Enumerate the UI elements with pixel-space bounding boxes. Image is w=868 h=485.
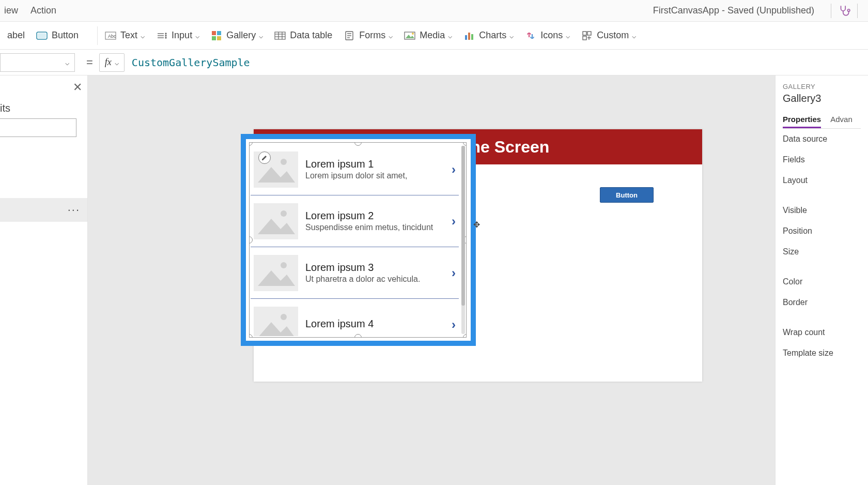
prop-fields[interactable]: Fields (783, 149, 861, 170)
ellipsis-icon[interactable]: ··· (68, 203, 80, 217)
gallery-scrollbar[interactable] (461, 146, 465, 334)
chevron-down-icon: ⌵ (509, 32, 514, 40)
resize-handle[interactable] (463, 334, 467, 338)
ribbon-icons[interactable]: Icons ⌵ (525, 30, 570, 41)
chevron-right-icon[interactable]: › (452, 214, 456, 229)
gallery-item-subtitle: Suspendisse enim metus, tincidunt (305, 223, 452, 232)
control-name[interactable]: Gallery3 (783, 93, 861, 104)
gallery-item[interactable]: Lorem ipsum 2 Suspendisse enim metus, ti… (251, 195, 459, 247)
svg-marker-38 (258, 219, 295, 234)
menu-bar: iew Action FirstCanvasApp - Saved (Unpub… (0, 0, 868, 22)
gallery-item[interactable]: Lorem ipsum 4 › (251, 299, 459, 336)
tab-advanced[interactable]: Advan (830, 112, 853, 128)
svg-point-9 (165, 35, 166, 36)
prop-template-size[interactable]: Template size (783, 343, 861, 363)
data-table-icon (274, 30, 286, 41)
tree-view-heading: its (0, 102, 87, 114)
svg-marker-40 (258, 270, 295, 286)
app-checker-icon[interactable] (838, 4, 851, 18)
gallery-control-selected[interactable]: Lorem ipsum 1 Lorem ipsum dolor sit amet… (241, 134, 476, 346)
svg-rect-2 (38, 33, 46, 38)
icons-icon (525, 30, 536, 41)
ribbon-input-label: Input (172, 30, 192, 41)
chevron-down-icon: ⌵ (115, 58, 119, 67)
prop-position[interactable]: Position (783, 221, 861, 241)
svg-rect-13 (212, 36, 216, 40)
image-placeholder-icon (254, 255, 298, 291)
chevron-right-icon[interactable]: › (452, 266, 456, 280)
custom-icon (581, 30, 593, 41)
fx-icon: fx (105, 57, 112, 68)
svg-marker-25 (406, 35, 414, 38)
edit-pencil-icon[interactable] (258, 151, 271, 164)
gallery-inner: Lorem ipsum 1 Lorem ipsum dolor sit amet… (249, 142, 467, 338)
ribbon-media[interactable]: Media ⌵ (404, 30, 452, 41)
ribbon-charts[interactable]: Charts ⌵ (463, 30, 514, 41)
fx-button[interactable]: fx ⌵ (99, 53, 125, 72)
insert-ribbon: abel Button Abc Text ⌵ Input ⌵ (0, 22, 868, 50)
prop-color[interactable]: Color (783, 271, 861, 292)
prop-visible[interactable]: Visible (783, 200, 861, 221)
ribbon-custom[interactable]: Custom ⌵ (581, 30, 636, 41)
tab-properties[interactable]: Properties (783, 112, 821, 128)
input-icon (156, 30, 167, 41)
close-icon[interactable]: ✕ (73, 81, 82, 94)
ribbon-gallery[interactable]: Gallery ⌵ (211, 30, 263, 41)
ribbon-custom-label: Custom (597, 30, 629, 41)
gallery-item[interactable]: Lorem ipsum 3 Ut pharetra a dolor ac veh… (251, 247, 459, 299)
svg-rect-31 (587, 32, 591, 35)
chevron-down-icon: ⌵ (389, 32, 393, 40)
svg-rect-14 (217, 36, 221, 40)
svg-point-8 (165, 33, 166, 34)
canvas-button-control[interactable]: Button (600, 187, 654, 203)
svg-rect-28 (468, 33, 470, 40)
charts-icon (463, 30, 475, 41)
menu-action[interactable]: Action (30, 5, 56, 16)
gallery-item-title: Lorem ipsum 4 (305, 318, 452, 330)
prop-size[interactable]: Size (783, 241, 861, 262)
prop-data-source[interactable]: Data source (783, 129, 861, 149)
chevron-down-icon: ⌵ (259, 32, 263, 40)
divider (857, 4, 858, 18)
ribbon-charts-label: Charts (479, 30, 506, 41)
ribbon-input[interactable]: Input ⌵ (156, 30, 199, 41)
text-icon: Abc (105, 30, 116, 41)
chevron-right-icon[interactable]: › (452, 317, 456, 332)
gallery-item[interactable]: Lorem ipsum 1 Lorem ipsum dolor sit amet… (251, 144, 459, 195)
prop-border[interactable]: Border (783, 292, 861, 313)
ribbon-text-label: Text (120, 30, 137, 41)
ribbon-label[interactable]: abel (7, 30, 25, 41)
ribbon-button-label: Button (52, 30, 79, 41)
ribbon-icons-label: Icons (540, 30, 563, 41)
canvas-area[interactable]: Title of the Screen Button (88, 75, 868, 485)
search-input[interactable] (0, 118, 76, 137)
chevron-right-icon[interactable]: › (452, 162, 456, 177)
svg-point-37 (281, 210, 287, 217)
chevron-down-icon: ⌵ (632, 32, 636, 40)
svg-marker-36 (258, 167, 295, 183)
menu-view[interactable]: iew (4, 5, 18, 16)
ribbon-forms[interactable]: Forms ⌵ (344, 30, 393, 41)
button-icon (36, 30, 48, 41)
prop-wrap-count[interactable]: Wrap count (783, 322, 861, 343)
gallery-item-title: Lorem ipsum 1 (305, 158, 452, 170)
svg-point-26 (412, 33, 414, 35)
svg-rect-12 (217, 31, 221, 35)
prop-layout[interactable]: Layout (783, 170, 861, 191)
forms-icon (344, 30, 355, 41)
svg-rect-15 (275, 32, 285, 39)
image-placeholder-icon (254, 307, 298, 337)
ribbon-button[interactable]: Button (36, 30, 79, 41)
divider (831, 4, 831, 18)
formula-input[interactable] (125, 53, 868, 72)
property-selector[interactable]: ⌵ (0, 53, 75, 72)
formula-bar: ⌵ = fx ⌵ (0, 50, 868, 75)
gallery-item-subtitle: Ut pharetra a dolor ac vehicula. (305, 275, 452, 284)
media-icon (404, 30, 415, 41)
ribbon-data-table[interactable]: Data table (274, 30, 332, 41)
tree-selected-item[interactable]: ··· (0, 198, 87, 222)
ribbon-text[interactable]: Abc Text ⌵ (105, 30, 145, 41)
chevron-down-icon: ⌵ (566, 32, 570, 40)
svg-rect-30 (583, 32, 586, 35)
resize-handle[interactable] (463, 142, 467, 146)
